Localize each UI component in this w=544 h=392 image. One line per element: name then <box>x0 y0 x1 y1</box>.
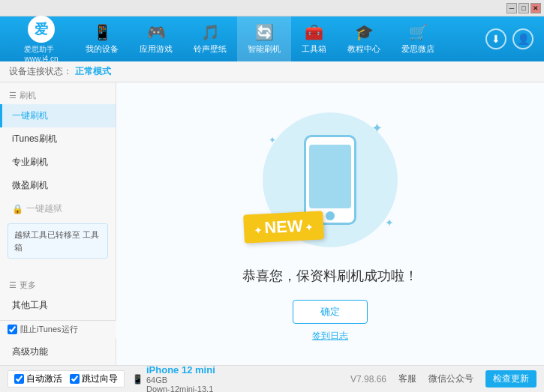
device-storage: 64GB Down-12mini-13.1 <box>146 376 215 392</box>
nav-items: 📱 我的设备 🎮 应用游戏 🎵 铃声壁纸 🔄 智能刷机 🧰 工具箱 🎓 教程中心… <box>75 16 485 61</box>
content-area: NEW ✦ ✦ ✦ 恭喜您，保资料刷机成功啦！ 确定 签到日志 <box>116 82 544 365</box>
daily-sign-link[interactable]: 签到日志 <box>312 330 348 343</box>
nav-label-tutorials: 教程中心 <box>347 43 380 55</box>
skip-wizard-checkbox[interactable] <box>70 374 80 384</box>
sidebar-item-one-click[interactable]: 一键刷机 <box>0 104 116 127</box>
sidebar: ☰ 刷机 一键刷机 iTunes刷机 专业刷机 微盈刷机 🔒 一键越狱 越狱工具… <box>0 82 116 365</box>
flash-section-icon: ☰ <box>9 91 17 100</box>
nav-label-my-device: 我的设备 <box>86 43 119 55</box>
phone-illustration: NEW ✦ ✦ ✦ <box>255 105 405 255</box>
logo-icon: 爱 <box>28 16 55 43</box>
logo-subtitle: 爱思助手 www.i4.cn <box>24 44 58 63</box>
status-label: 设备连接状态： <box>9 65 72 78</box>
nav-item-toolbox[interactable]: 🧰 工具箱 <box>291 16 337 61</box>
success-message: 恭喜您，保资料刷机成功啦！ <box>242 267 418 285</box>
sidebar-locked-jailbreak: 🔒 一键越狱 <box>0 197 116 220</box>
new-badge: NEW <box>243 211 324 243</box>
user-button[interactable]: 👤 <box>512 28 533 49</box>
phone-screen <box>309 145 351 208</box>
more-section-header: ☰ 更多 <box>0 277 116 294</box>
flash-section-header: ☰ 刷机 <box>0 87 116 104</box>
sparkle-1: ✦ <box>371 120 383 136</box>
tutorial-icon: 🎓 <box>355 23 374 41</box>
nav-item-ringtones[interactable]: 🎵 铃声壁纸 <box>183 16 237 61</box>
flash-icon: 🔄 <box>255 23 274 41</box>
version-text: V7.98.66 <box>350 374 386 385</box>
auto-launch-checkbox[interactable] <box>14 374 24 384</box>
nav-label-toolbox: 工具箱 <box>302 43 326 55</box>
sidebar-item-downgrade[interactable]: 微盈刷机 <box>0 174 116 197</box>
nav-label-weidian: 爱思微店 <box>401 43 434 55</box>
status-bar: 设备连接状态： 正常模式 <box>0 61 544 82</box>
bottom-right: V7.98.66 客服 微信公众号 检查更新 <box>350 370 536 388</box>
nav-label-apps-games: 应用游戏 <box>140 43 173 55</box>
wechat-public-link[interactable]: 微信公众号 <box>428 373 473 385</box>
phone-home-button <box>326 211 335 220</box>
nav-item-tutorials[interactable]: 🎓 教程中心 <box>337 16 391 61</box>
maximize-button[interactable]: □ <box>518 3 529 13</box>
skip-wizard-label: 跳过向导 <box>82 373 118 385</box>
weidian-icon: 🛒 <box>409 23 428 41</box>
more-section-icon: ☰ <box>9 280 17 290</box>
ringtone-icon: 🎵 <box>201 23 220 41</box>
more-section: ☰ 更多 其他工具 下载固件 高级功能 <box>0 272 116 365</box>
customer-service-link[interactable]: 客服 <box>398 373 416 385</box>
sidebar-item-other-tools[interactable]: 其他工具 <box>0 294 116 317</box>
device-icon: 📱 <box>93 23 112 41</box>
notice-box: 越狱工具已转移至 工具箱 <box>8 223 108 259</box>
flash-section: ☰ 刷机 一键刷机 iTunes刷机 专业刷机 微盈刷机 🔒 一键越狱 越狱工具… <box>0 82 116 266</box>
logo: 爱 爱思助手 www.i4.cn <box>8 16 75 63</box>
device-name: iPhone 12 mini <box>146 364 215 376</box>
status-value: 正常模式 <box>75 65 111 78</box>
nav-item-apps-games[interactable]: 🎮 应用游戏 <box>129 16 183 61</box>
nav-bar: 爱 爱思助手 www.i4.cn 📱 我的设备 🎮 应用游戏 🎵 铃声壁纸 🔄 … <box>0 16 544 61</box>
update-button[interactable]: 检查更新 <box>485 370 536 388</box>
skip-wizard-checkbox-label[interactable]: 跳过向导 <box>70 373 118 385</box>
close-button[interactable]: ✕ <box>530 3 541 13</box>
itunes-label: 阻止iTunes运行 <box>20 324 78 335</box>
toolbox-icon: 🧰 <box>305 23 323 41</box>
checkbox-group: 自动激活 跳过向导 <box>8 370 125 388</box>
title-bar: ─ □ ✕ <box>0 0 544 16</box>
itunes-checkbox[interactable] <box>8 325 17 334</box>
device-info: 📱 iPhone 12 mini 64GB Down-12mini-13.1 <box>132 364 215 392</box>
nav-item-smart-flash[interactable]: 🔄 智能刷机 <box>237 16 291 61</box>
sidebar-item-pro-flash[interactable]: 专业刷机 <box>0 151 116 174</box>
bottom-bar: 自动激活 跳过向导 📱 iPhone 12 mini 64GB Down-12m… <box>0 365 544 392</box>
device-detail: iPhone 12 mini 64GB Down-12mini-13.1 <box>146 364 215 392</box>
confirm-button[interactable]: 确定 <box>293 300 368 324</box>
sidebar-item-itunes[interactable]: iTunes刷机 <box>0 127 116 151</box>
lock-icon: 🔒 <box>12 204 23 214</box>
device-phone-icon: 📱 <box>132 374 143 385</box>
minimize-button[interactable]: ─ <box>506 3 517 13</box>
download-button[interactable]: ⬇ <box>485 28 506 49</box>
sidebar-item-advanced[interactable]: 高级功能 <box>0 340 116 364</box>
auto-launch-label: 自动激活 <box>26 373 62 385</box>
nav-item-weidian[interactable]: 🛒 爱思微店 <box>391 16 445 61</box>
nav-right-buttons: ⬇ 👤 <box>485 28 533 49</box>
window-controls[interactable]: ─ □ ✕ <box>506 3 541 13</box>
itunes-bar: 阻止iTunes运行 <box>0 320 116 338</box>
auto-launch-checkbox-label[interactable]: 自动激活 <box>14 373 62 385</box>
sparkle-3: ✦ <box>385 217 394 229</box>
apps-icon: 🎮 <box>147 23 166 41</box>
nav-item-my-device[interactable]: 📱 我的设备 <box>75 16 129 61</box>
sparkle-2: ✦ <box>269 135 276 145</box>
nav-label-ringtones: 铃声壁纸 <box>194 43 227 55</box>
nav-label-smart-flash: 智能刷机 <box>248 43 281 55</box>
